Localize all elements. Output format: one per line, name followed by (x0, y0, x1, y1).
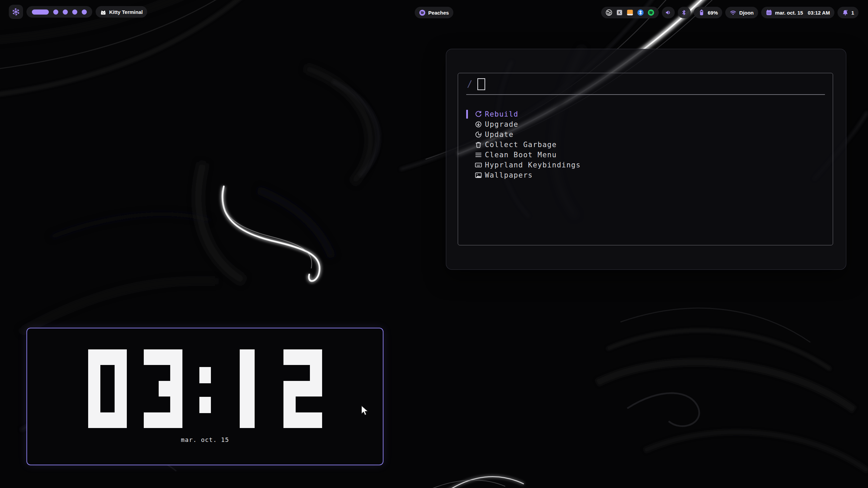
nixos-snowflake-icon (12, 8, 20, 16)
launcher-item-rebuild[interactable]: Rebuild (458, 109, 833, 119)
upgrade-icon (475, 121, 482, 128)
bluetooth-pill[interactable] (678, 7, 691, 18)
network-pill[interactable]: Djoon (725, 7, 758, 18)
launcher-item-collect-garbage[interactable]: Collect Garbage (458, 140, 833, 150)
update-icon (475, 131, 482, 138)
clock-widget: mar. oct. 15 (26, 328, 383, 465)
launcher-item-wallpapers[interactable]: Wallpapers (458, 170, 833, 180)
statusbar-date: mar. oct. 15 (775, 10, 803, 16)
files-tray-icon[interactable] (627, 9, 633, 16)
active-window-pill[interactable]: Kitty Terminal (96, 6, 147, 18)
svg-text:K: K (618, 11, 621, 15)
topbar-center: Peaches (415, 7, 453, 18)
workspace-5[interactable] (82, 9, 87, 15)
calendar-icon (766, 9, 772, 16)
workspaces (26, 6, 92, 18)
battery-percent: 69% (708, 10, 718, 16)
keepassxc-tray-icon[interactable]: K (616, 9, 623, 16)
menu-icon (475, 151, 482, 159)
clock-digit-1 (228, 349, 267, 428)
notification-count: 1 (851, 10, 854, 16)
launcher-inner-box: / RebuildUpgradeUpdateCollect GarbageCle… (458, 73, 833, 245)
wifi-icon (730, 9, 736, 16)
launcher-item-label: Hyprland Keybindings (485, 161, 581, 169)
nixos-launcher-button[interactable] (9, 5, 23, 19)
launcher-item-update[interactable]: Update (458, 129, 833, 140)
launcher-item-label: Clean Boot Menu (485, 151, 557, 159)
media-track-title: Peaches (428, 10, 449, 16)
wifi-ssid: Djoon (739, 10, 754, 16)
spotify-icon (419, 9, 426, 16)
search-prompt: / (467, 79, 472, 89)
clock-colon (199, 349, 211, 428)
launcher-item-label: Wallpapers (485, 171, 533, 179)
topbar-left: Kitty Terminal (9, 5, 147, 19)
clock-date: mar. oct. 15 (27, 436, 383, 443)
clock-digit-3 (144, 349, 182, 428)
clock-digits (27, 349, 383, 428)
workspace-2[interactable] (53, 9, 58, 15)
launcher-item-hyprland-keybindings[interactable]: Hyprland Keybindings (458, 160, 833, 170)
text-cursor (477, 78, 485, 90)
search-separator (466, 94, 825, 95)
workspace-1-active[interactable] (32, 9, 49, 15)
launcher-item-label: Rebuild (485, 110, 518, 118)
keyboard-icon (475, 161, 482, 169)
active-window-title: Kitty Terminal (109, 9, 143, 15)
rebuild-icon (475, 110, 482, 118)
launcher-item-clean-boot-menu[interactable]: Clean Boot Menu (458, 150, 833, 160)
workspace-3[interactable] (63, 9, 68, 15)
clock-digit-0 (88, 349, 127, 428)
selection-indicator (466, 110, 468, 119)
datetime-pill[interactable]: mar. oct. 15 03:12 AM (761, 7, 834, 18)
launcher-item-label: Update (485, 130, 514, 139)
spotify-tray-icon[interactable] (648, 9, 654, 16)
launcher-item-label: Upgrade (485, 120, 518, 128)
volume-pill[interactable] (662, 7, 675, 18)
battery-icon (698, 9, 705, 16)
statusbar-time: 03:12 AM (808, 10, 830, 16)
mouse-cursor (360, 405, 370, 418)
media-player-pill[interactable]: Peaches (415, 7, 453, 18)
trash-icon (475, 141, 482, 148)
obs-tray-icon[interactable] (606, 9, 612, 16)
launcher-panel: / RebuildUpgradeUpdateCollect GarbageCle… (446, 49, 846, 270)
launcher-item-label: Collect Garbage (485, 141, 557, 149)
image-icon (475, 171, 482, 179)
bell-icon (842, 9, 849, 16)
speaker-icon (665, 9, 672, 16)
bluetooth-icon (681, 9, 688, 16)
bluetooth-tray-icon[interactable] (637, 9, 644, 16)
system-tray: K (601, 7, 659, 18)
launcher-search[interactable]: / (467, 77, 485, 90)
launcher-item-upgrade[interactable]: Upgrade (458, 119, 833, 129)
notifications-pill[interactable]: 1 (837, 7, 859, 18)
topbar-right: K (601, 7, 859, 18)
clock-digit-2 (283, 349, 322, 428)
workspace-4[interactable] (72, 9, 77, 15)
launcher-items: RebuildUpgradeUpdateCollect GarbageClean… (458, 109, 833, 180)
kitty-cat-icon (100, 9, 106, 15)
battery-pill[interactable]: 69% (694, 7, 722, 18)
